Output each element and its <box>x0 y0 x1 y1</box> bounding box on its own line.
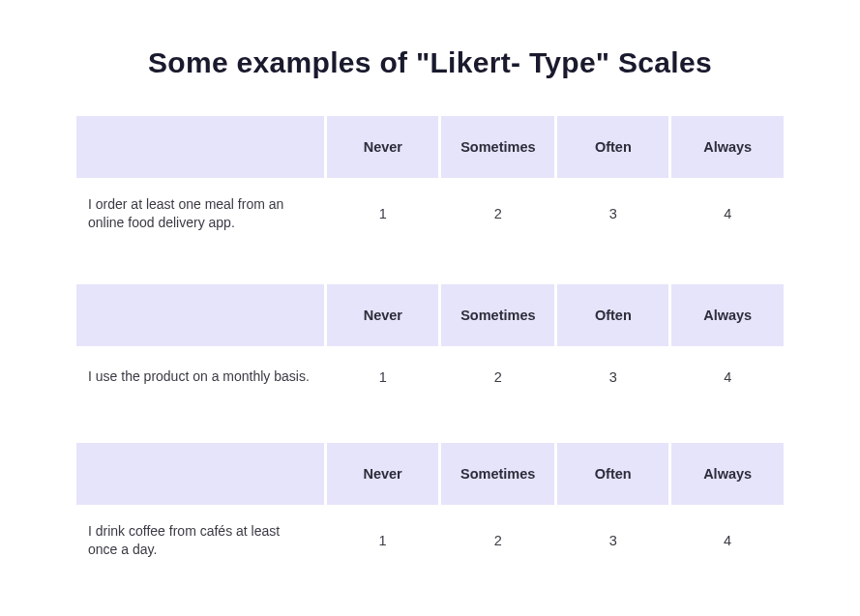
value-cell: 2 <box>441 505 554 576</box>
likert-table-1: Never Sometimes Often Always I order at … <box>74 116 786 249</box>
value-cell: 2 <box>441 346 554 408</box>
value-cell: 3 <box>557 346 668 408</box>
option-header: Never <box>327 284 438 346</box>
value-cell: 4 <box>671 346 784 408</box>
value-cell: 2 <box>441 178 554 249</box>
table-row: I drink coffee from cafés at least once … <box>76 505 784 576</box>
statement-cell: I use the product on a monthly basis. <box>76 346 324 408</box>
likert-table-3: Never Sometimes Often Always I drink cof… <box>74 443 786 576</box>
statement-header-blank <box>76 116 324 178</box>
statement-cell: I drink coffee from cafés at least once … <box>76 505 324 576</box>
table-header-row: Never Sometimes Often Always <box>76 116 784 178</box>
table-header-row: Never Sometimes Often Always <box>76 284 784 346</box>
table-header-row: Never Sometimes Often Always <box>76 443 784 505</box>
value-cell: 4 <box>671 178 784 249</box>
value-cell: 1 <box>327 178 438 249</box>
option-header: Sometimes <box>441 116 554 178</box>
value-cell: 3 <box>557 178 668 249</box>
likert-table-2: Never Sometimes Often Always I use the p… <box>74 284 786 408</box>
table-row: I order at least one meal from an online… <box>76 178 784 249</box>
value-cell: 1 <box>327 505 438 576</box>
option-header: Sometimes <box>441 443 554 505</box>
option-header: Sometimes <box>441 284 554 346</box>
page-title: Some examples of "Likert- Type" Scales <box>74 46 786 79</box>
statement-header-blank <box>76 284 324 346</box>
option-header: Often <box>557 443 668 505</box>
option-header: Always <box>671 116 784 178</box>
option-header: Never <box>327 443 438 505</box>
table-row: I use the product on a monthly basis. 1 … <box>76 346 784 408</box>
option-header: Never <box>327 116 438 178</box>
option-header: Often <box>557 284 668 346</box>
statement-header-blank <box>76 443 324 505</box>
value-cell: 4 <box>671 505 784 576</box>
statement-cell: I order at least one meal from an online… <box>76 178 324 249</box>
option-header: Always <box>671 284 784 346</box>
value-cell: 3 <box>557 505 668 576</box>
option-header: Always <box>671 443 784 505</box>
value-cell: 1 <box>327 346 438 408</box>
option-header: Often <box>557 116 668 178</box>
